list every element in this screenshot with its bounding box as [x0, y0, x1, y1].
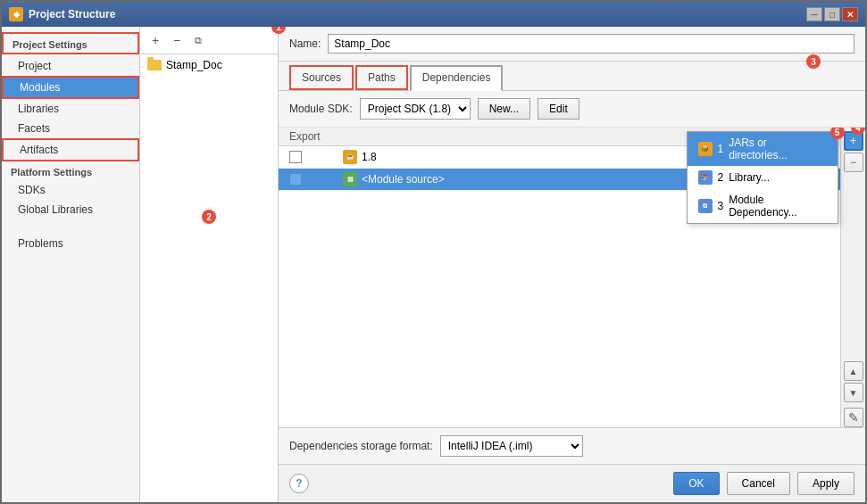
jdk-icon: ☕ — [343, 150, 357, 164]
project-settings-heading: Project Settings — [2, 32, 139, 54]
dependencies-content: Module SDK: Project SDK (1.8) New... Edi… — [279, 91, 865, 464]
window-title: Project Structure — [29, 8, 806, 21]
library-icon: 📚 — [698, 170, 713, 185]
deps-storage-bar: Dependencies storage format: IntelliJ ID… — [279, 427, 865, 464]
annotation-3: 3 — [806, 54, 821, 69]
dep-name-label-source: <Module source> — [362, 173, 445, 186]
sidebar-item-sdks[interactable]: SDKs — [2, 180, 139, 200]
main-content: Project Settings Project Modules Librari… — [2, 27, 865, 502]
module-toolbar: + − ⧉ — [140, 27, 278, 54]
tab-sources[interactable]: Sources — [289, 65, 354, 90]
tab-paths[interactable]: Paths — [355, 65, 408, 90]
name-bar: 1 Name: — [279, 27, 865, 62]
dropdown-item-number-module-dep: 3 — [718, 200, 724, 212]
source-icon: ▤ — [343, 172, 357, 186]
sidebar-item-libraries[interactable]: Libraries — [2, 99, 139, 119]
sidebar-item-artifacts[interactable]: Artifacts — [2, 138, 139, 161]
add-module-button[interactable]: + — [146, 30, 165, 50]
right-panel: 1 Name: 3 Sources Paths Dependencies — [279, 27, 865, 502]
dropdown-item-label-jars: JARs or directories... — [729, 136, 826, 161]
new-sdk-button[interactable]: New... — [478, 98, 530, 120]
help-button[interactable]: ? — [289, 474, 309, 493]
sidebar-item-project[interactable]: Project — [2, 56, 139, 76]
export-checkbox-jdk[interactable] — [289, 151, 302, 163]
export-header: Export — [289, 130, 343, 143]
move-up-button[interactable]: ▲ — [844, 361, 863, 381]
module-item-label: Stamp_Doc — [166, 59, 222, 71]
apply-button[interactable]: Apply — [797, 472, 854, 495]
module-item-stamp-doc[interactable]: Stamp_Doc — [140, 54, 278, 76]
remove-module-button[interactable]: − — [167, 30, 187, 50]
project-structure-dialog: ◆ Project Structure ─ □ ✕ Project Settin… — [0, 0, 867, 504]
close-button[interactable]: ✕ — [842, 7, 858, 21]
dropdown-item-jars[interactable]: 📦 1 JARs or directories... — [688, 132, 838, 166]
copy-module-button[interactable]: ⧉ — [188, 30, 208, 50]
sdk-select[interactable]: Project SDK (1.8) — [360, 98, 471, 120]
sidebar-item-modules[interactable]: Modules — [2, 76, 139, 99]
annotation-2: 2 — [202, 210, 216, 224]
storage-format-label: Dependencies storage format: — [289, 440, 433, 452]
sdk-label: Module SDK: — [289, 103, 353, 115]
storage-format-select[interactable]: IntelliJ IDEA (.iml) — [440, 435, 583, 457]
bottom-bar: ? OK Cancel Apply — [279, 464, 865, 502]
sidebar-item-problems[interactable]: Problems — [2, 234, 139, 253]
module-folder-icon — [147, 60, 162, 70]
app-icon: ◆ — [9, 7, 23, 21]
module-name-input[interactable] — [328, 34, 854, 54]
sidebar: Project Settings Project Modules Librari… — [2, 27, 140, 502]
dropdown-item-library[interactable]: 📚 2 Library... — [688, 166, 838, 189]
window-controls: ─ □ ✕ — [806, 7, 858, 21]
edit-sdk-button[interactable]: Edit — [538, 98, 579, 120]
jars-icon: 📦 — [698, 142, 713, 156]
sidebar-item-global-libraries[interactable]: Global Libraries — [2, 200, 139, 219]
move-down-button[interactable]: ▼ — [844, 383, 863, 402]
remove-dependency-button[interactable]: − — [844, 153, 863, 172]
dropdown-item-number-jars: 1 — [718, 143, 724, 155]
tab-dependencies[interactable]: Dependencies — [410, 65, 504, 91]
dropdown-item-module-dep[interactable]: ⧉ 3 Module Dependency... — [688, 189, 838, 223]
tabs-bar: 3 Sources Paths Dependencies — [279, 62, 865, 91]
dep-name-label-jdk: 1.8 — [362, 151, 377, 163]
dropdown-item-label-module-dep: Module Dependency... — [729, 194, 826, 219]
platform-settings-heading: Platform Settings — [2, 161, 139, 180]
dep-name-jdk: ☕ 1.8 — [343, 150, 722, 164]
ok-button[interactable]: OK — [673, 472, 719, 495]
side-actions-panel: 4 + 5 📦 1 JARs or direct — [840, 128, 865, 427]
dep-name-source: ▤ <Module source> — [343, 172, 722, 186]
export-checkbox-source[interactable] — [289, 173, 302, 186]
module-dep-icon: ⧉ — [698, 199, 713, 213]
maximize-button[interactable]: □ — [824, 7, 840, 21]
add-dependency-dropdown: 5 📦 1 JARs or directories... 📚 2 Librar — [687, 131, 838, 224]
sdk-bar: Module SDK: Project SDK (1.8) New... Edi… — [279, 91, 865, 128]
annotation-5: 5 — [830, 128, 845, 139]
sidebar-item-facets[interactable]: Facets — [2, 119, 139, 138]
dropdown-item-number-library: 2 — [718, 171, 724, 184]
name-header — [343, 130, 722, 143]
modules-list-panel: 2 + − ⧉ Stamp_Doc — [140, 27, 279, 502]
cancel-button[interactable]: Cancel — [727, 472, 790, 495]
name-field-label: Name: — [289, 37, 321, 50]
minimize-button[interactable]: ─ — [806, 7, 822, 21]
title-bar: ◆ Project Structure ─ □ ✕ — [2, 2, 865, 27]
bottom-left: ? — [289, 474, 666, 493]
edit-dependency-button[interactable]: ✎ — [844, 408, 863, 427]
dropdown-item-label-library: Library... — [729, 171, 770, 184]
